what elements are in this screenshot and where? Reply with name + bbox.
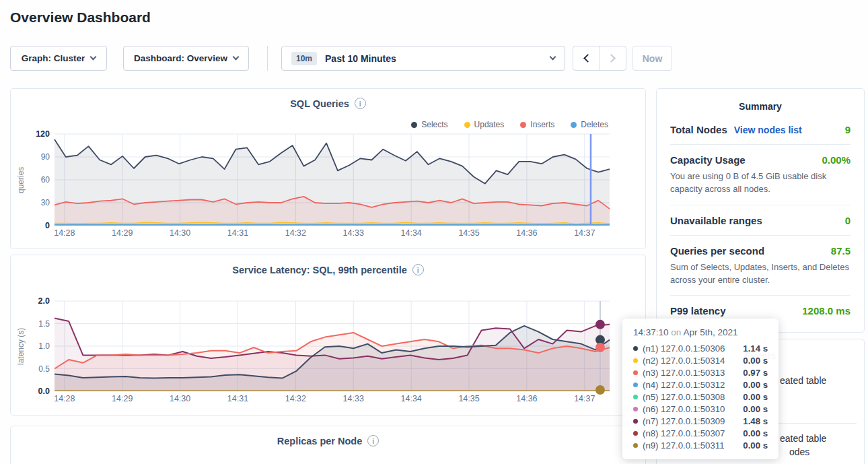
graph-dropdown[interactable]: Graph: Cluster	[10, 46, 107, 71]
node-address: (n8) 127.0.0.1:50307	[643, 428, 738, 438]
service-latency-plot[interactable]	[55, 301, 610, 391]
stat-value: 0	[845, 215, 851, 226]
info-icon[interactable]: i	[412, 264, 424, 275]
chart-hover-tooltip: 14:37:10 on Apr 5th, 2021 (n1) 127.0.0.1…	[622, 319, 779, 459]
tooltip-time: 14:37:10	[633, 327, 669, 337]
event-text-fragment: eated table	[780, 433, 826, 444]
x-tick-label: 14:36	[516, 228, 537, 238]
time-range-label: Past 10 Minutes	[325, 53, 396, 64]
time-range-badge: 10m	[291, 52, 317, 65]
chevron-left-icon	[583, 54, 592, 63]
x-tick-label: 14:33	[343, 228, 364, 238]
legend-dot-icon	[464, 122, 470, 128]
info-icon[interactable]: i	[367, 435, 379, 446]
tooltip-timestamp: 14:37:10 on Apr 5th, 2021	[633, 327, 768, 337]
y-tick-label: 0.5	[38, 364, 50, 374]
summary-stats: Total NodesView nodes list9Capacity Usag…	[657, 114, 864, 325]
x-tick-label: 14:34	[401, 228, 422, 238]
node-color-dot-icon	[633, 395, 638, 399]
node-latency-value: 0.00 s	[743, 380, 768, 390]
tooltip-node-row: (n2) 127.0.0.1:503140.00 s	[633, 354, 768, 366]
chevron-right-icon	[607, 54, 616, 63]
legend-dot-icon	[571, 122, 577, 128]
chart-title-text: SQL Queries	[290, 98, 349, 109]
previous-timespan-button[interactable]	[573, 46, 600, 70]
legend-item-updates[interactable]: Updates	[464, 120, 505, 129]
x-tick-label: 14:31	[227, 228, 248, 238]
tooltip-node-row: (n1) 127.0.0.1:503061.14 s	[633, 342, 768, 354]
x-axis-ticks: 14:2814:2914:3014:3114:3214:3314:3414:35…	[55, 228, 610, 239]
node-color-dot-icon	[633, 358, 638, 363]
legend-label: Inserts	[530, 120, 554, 129]
y-axis-ticks: 0.00.51.01.52.0	[11, 301, 50, 391]
node-color-dot-icon	[633, 443, 638, 448]
node-address: (n2) 127.0.0.1:50314	[643, 356, 738, 366]
info-icon[interactable]: i	[355, 98, 366, 109]
x-tick-label: 14:32	[285, 394, 306, 403]
tooltip-node-row: (n7) 127.0.0.1:503091.48 s	[633, 415, 768, 427]
graph-dropdown-label: Graph: Cluster	[22, 53, 85, 63]
stat-label: Total Nodes	[670, 124, 727, 135]
node-color-dot-icon	[633, 431, 638, 436]
dashboard-dropdown-label: Dashboard: Overview	[134, 53, 227, 63]
node-color-dot-icon	[633, 370, 638, 375]
x-tick-label: 14:33	[343, 394, 364, 403]
x-tick-label: 14:35	[458, 228, 479, 238]
dashboard-dropdown[interactable]: Dashboard: Overview	[123, 46, 249, 71]
summary-stat-row: Total NodesView nodes list9	[670, 114, 851, 145]
view-nodes-list-link[interactable]: View nodes list	[734, 125, 802, 135]
tooltip-date: Apr 5th, 2021	[683, 327, 737, 337]
legend-item-deletes[interactable]: Deletes	[571, 120, 608, 129]
node-latency-value: 0.00 s	[743, 428, 768, 438]
sql-queries-panel: SQL Queries i SelectsUpdatesInsertsDelet…	[10, 88, 646, 249]
replicas-title: Replicas per Node i	[11, 435, 645, 446]
x-axis-ticks: 14:2814:2914:3014:3114:3214:3314:3414:35…	[55, 394, 610, 405]
node-latency-value: 0.00 s	[743, 440, 768, 451]
x-tick-label: 14:28	[54, 228, 75, 238]
stat-label: Queries per second	[670, 245, 764, 257]
node-address: (n9) 127.0.0.1:50311	[643, 440, 738, 451]
stat-label: Unavailable ranges	[670, 215, 762, 226]
time-step-buttons	[573, 46, 626, 71]
node-color-dot-icon	[633, 419, 638, 424]
x-tick-label: 14:31	[227, 394, 248, 403]
node-address: (n1) 127.0.0.1:50306	[643, 343, 738, 354]
summary-panel: Summary Total NodesView nodes list9Capac…	[656, 88, 865, 333]
legend-item-inserts[interactable]: Inserts	[520, 120, 554, 129]
stat-value: 0.00%	[822, 154, 851, 166]
stat-value: 9	[845, 124, 851, 135]
next-timespan-button[interactable]	[600, 46, 626, 70]
chart-legend: SelectsUpdatesInsertsDeletes	[411, 120, 608, 129]
tooltip-node-row: (n4) 127.0.0.1:503120.00 s	[633, 378, 768, 391]
y-tick-label: 120	[36, 129, 50, 139]
y-tick-label: 0.0	[38, 387, 50, 396]
node-address: (n3) 127.0.0.1:50313	[643, 368, 738, 378]
legend-dot-icon	[520, 122, 526, 128]
x-tick-label: 14:29	[112, 394, 133, 403]
node-color-dot-icon	[633, 383, 638, 387]
node-latency-value: 0.97 s	[743, 368, 768, 378]
page-title: Overview Dashboard	[10, 9, 151, 26]
legend-item-selects[interactable]: Selects	[411, 120, 447, 129]
tooltip-node-row: (n8) 127.0.0.1:503070.00 s	[633, 427, 768, 439]
y-tick-label: 30	[41, 198, 50, 207]
replicas-per-node-panel: Replicas per Node i	[10, 426, 646, 464]
chevron-down-icon	[232, 54, 239, 61]
controls-divider	[267, 46, 268, 71]
stat-label: P99 latency	[670, 305, 726, 317]
x-tick-label: 14:34	[401, 394, 422, 403]
node-latency-value: 1.48 s	[743, 416, 768, 426]
tooltip-node-row: (n9) 127.0.0.1:503110.00 s	[633, 439, 768, 451]
events-divider	[776, 423, 857, 424]
legend-dot-icon	[411, 122, 417, 128]
now-button[interactable]: Now	[632, 46, 672, 71]
sql-queries-plot[interactable]	[55, 134, 610, 226]
stat-description: Sum of Selects, Updates, Inserts, and De…	[670, 261, 851, 287]
event-text-fragment: odes	[789, 446, 809, 457]
tooltip-on: on	[671, 327, 681, 337]
legend-label: Selects	[421, 120, 447, 129]
time-range-picker[interactable]: 10m Past 10 Minutes	[281, 46, 565, 71]
y-tick-label: 90	[41, 152, 50, 162]
chevron-down-icon	[90, 54, 97, 61]
tooltip-node-row: (n3) 127.0.0.1:503130.97 s	[633, 366, 768, 378]
